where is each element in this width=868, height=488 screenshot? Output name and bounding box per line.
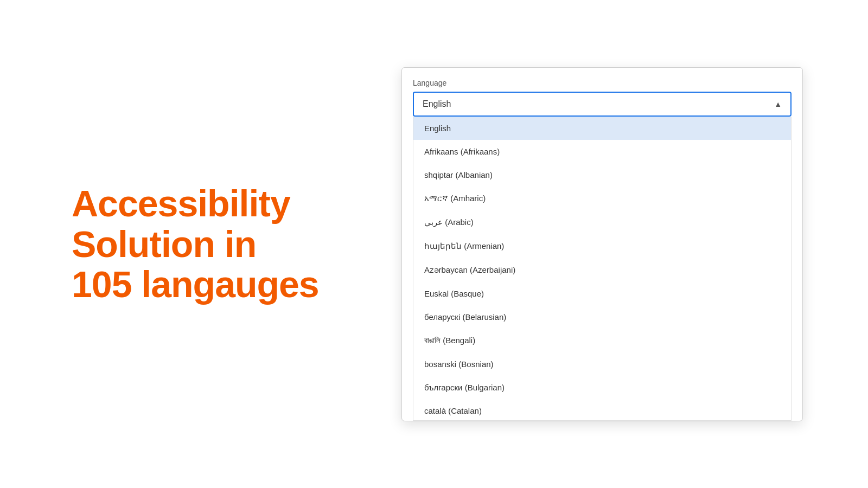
language-list-item[interactable]: bosanski (Bosnian) [413, 352, 791, 376]
chevron-up-icon: ▲ [774, 100, 782, 108]
page-container: Accessibility Solution in 105 langauges … [0, 0, 868, 488]
language-select-box[interactable]: English ▲ [413, 92, 792, 117]
language-list-item[interactable]: አማርኛ (Amharic) [413, 187, 791, 210]
language-dropdown-panel: Language English ▲ EnglishAfrikaans (Afr… [401, 67, 803, 421]
language-list-item[interactable]: català (Catalan) [413, 399, 791, 420]
language-list-item[interactable]: հայերեն (Armenian) [413, 234, 791, 258]
language-list-item[interactable]: беларускі (Belarusian) [413, 305, 791, 329]
language-list-item[interactable]: English [413, 117, 791, 140]
dropdown-list-container: EnglishAfrikaans (Afrikaans)shqiptar (Al… [413, 117, 792, 421]
left-section: Accessibility Solution in 105 langauges [0, 183, 336, 305]
language-list-item[interactable]: Afrikaans (Afrikaans) [413, 140, 791, 163]
right-section: Language English ▲ EnglishAfrikaans (Afr… [336, 67, 868, 421]
language-list-item[interactable]: български (Bulgarian) [413, 376, 791, 399]
hero-title: Accessibility Solution in 105 langauges [72, 183, 336, 305]
language-list-item[interactable]: Azərbaycan (Azerbaijani) [413, 258, 791, 282]
hero-title-line2: Solution in [72, 224, 336, 265]
selected-language-text: English [423, 99, 451, 109]
language-list-item[interactable]: عربي (Arabic) [413, 210, 791, 234]
language-label: Language [413, 79, 792, 87]
hero-title-line1: Accessibility [72, 183, 336, 224]
language-list-item[interactable]: shqiptar (Albanian) [413, 163, 791, 187]
language-list-item[interactable]: বাঙালি (Bengali) [413, 329, 791, 352]
language-list-item[interactable]: Euskal (Basque) [413, 282, 791, 305]
hero-title-line3: 105 langauges [72, 264, 336, 305]
language-list[interactable]: EnglishAfrikaans (Afrikaans)shqiptar (Al… [413, 117, 791, 420]
